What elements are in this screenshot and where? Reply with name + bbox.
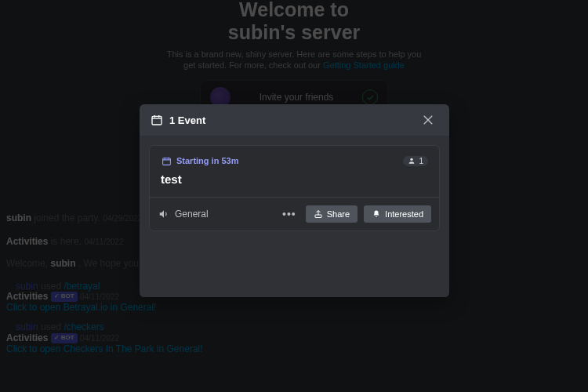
- interested-count-pill: 1: [403, 156, 428, 166]
- svg-point-10: [411, 158, 413, 161]
- share-button[interactable]: Share: [306, 205, 358, 223]
- modal-title: 1 Event: [169, 114, 418, 126]
- channel-name: General: [175, 209, 209, 220]
- interested-label: Interested: [385, 209, 423, 219]
- share-icon: [314, 209, 323, 219]
- event-channel: General: [158, 209, 273, 220]
- share-label: Share: [327, 209, 350, 219]
- bell-icon: [372, 209, 381, 219]
- svg-rect-11: [315, 215, 321, 218]
- event-card-bottom: General ••• Share Interested: [150, 197, 439, 230]
- modal-body: Starting in 53m 1 test General •••: [140, 136, 449, 297]
- modal-header: 1 Event: [140, 104, 449, 136]
- svg-rect-6: [162, 158, 170, 165]
- starting-text: Starting in 53m: [176, 156, 238, 165]
- speaker-icon: [158, 209, 169, 220]
- calendar-icon: [151, 114, 163, 126]
- more-options-button[interactable]: •••: [279, 205, 299, 223]
- event-card[interactable]: Starting in 53m 1 test General •••: [149, 145, 440, 231]
- interested-count-value: 1: [419, 157, 423, 165]
- close-button[interactable]: [418, 110, 438, 130]
- event-title: test: [161, 172, 428, 186]
- person-icon: [408, 157, 416, 165]
- events-modal: 1 Event Starting in 53m 1: [140, 104, 449, 297]
- svg-rect-0: [152, 116, 162, 125]
- calendar-icon: [161, 155, 172, 166]
- event-start-time: Starting in 53m: [161, 155, 403, 166]
- interested-button[interactable]: Interested: [364, 205, 431, 223]
- event-card-top: Starting in 53m 1 test: [150, 146, 439, 197]
